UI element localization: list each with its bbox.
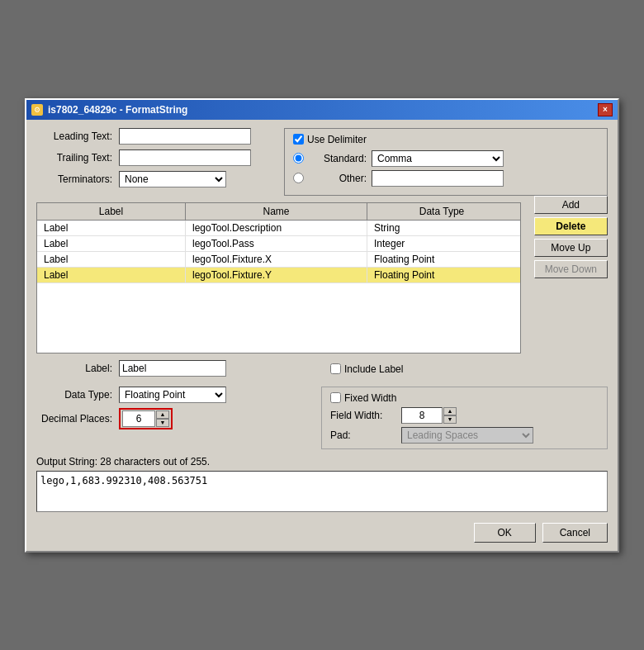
field-width-container: ▲ ▼ xyxy=(401,407,457,424)
top-fields: Leading Text: Trailing Text: Terminators… xyxy=(36,128,608,196)
data-type-dropdown[interactable]: Floating Point Integer String xyxy=(119,387,226,403)
window-title: is7802_64829c - FormatString xyxy=(48,104,187,116)
leading-text-label: Leading Text: xyxy=(36,130,119,142)
row1-name: legoTool.Description xyxy=(186,221,367,235)
table-header: Label Name Data Type xyxy=(37,203,520,221)
decimal-places-container: ▲ ▼ xyxy=(119,408,173,429)
label-field-input[interactable] xyxy=(119,360,226,377)
other-label: Other: xyxy=(309,173,367,184)
row4-datatype: Floating Point xyxy=(367,268,516,282)
pad-row: Pad: Leading Spaces Trailing Spaces Lead… xyxy=(330,427,599,444)
include-label-text: Include Label xyxy=(344,363,403,375)
row3-label: Label xyxy=(37,252,186,267)
col-header-label: Label xyxy=(37,203,186,220)
delimiter-group: Use Delimiter Standard: Comma Tab Space … xyxy=(284,128,608,196)
label-row: Label: xyxy=(36,360,314,377)
datatype-section: Data Type: Floating Point Integer String… xyxy=(36,387,608,449)
format-string-dialog: ⚙ is7802_64829c - FormatString × Leading… xyxy=(25,98,619,553)
fixed-width-checkbox[interactable] xyxy=(330,392,341,403)
pad-dropdown[interactable]: Leading Spaces Trailing Spaces Leading Z… xyxy=(401,427,533,444)
row3-datatype: Floating Point xyxy=(367,252,516,267)
standard-label: Standard: xyxy=(309,153,367,164)
row2-datatype: Integer xyxy=(367,236,516,251)
title-bar: ⚙ is7802_64829c - FormatString × xyxy=(26,100,618,120)
table-row[interactable]: Label legoTool.Description String xyxy=(37,221,520,236)
other-input[interactable] xyxy=(372,170,504,187)
use-delimiter-checkbox[interactable] xyxy=(293,134,304,145)
col-header-datatype: Data Type xyxy=(367,203,516,220)
field-width-input[interactable] xyxy=(401,407,443,424)
row4-label: Label xyxy=(37,268,186,282)
datatype-left: Data Type: Floating Point Integer String… xyxy=(36,387,305,434)
decimal-spinner-buttons: ▲ ▼ xyxy=(156,410,169,427)
table-row[interactable]: Label legoTool.Pass Integer xyxy=(37,236,520,252)
row3-name: legoTool.Fixture.X xyxy=(186,252,367,267)
table-row[interactable]: Label legoTool.Fixture.X Floating Point xyxy=(37,252,520,268)
row2-label: Label xyxy=(37,236,186,251)
width-section: Fixed Width Field Width: ▲ ▼ Pad: xyxy=(321,387,608,449)
terminators-label: Terminators: xyxy=(36,173,119,185)
table-body: Label legoTool.Description String Label … xyxy=(37,221,520,353)
label-section: Label: Include Label xyxy=(36,360,608,382)
label-field-label: Label: xyxy=(36,363,119,374)
data-type-row: Data Type: Floating Point Integer String xyxy=(36,387,305,403)
field-width-spinner: ▲ ▼ xyxy=(443,407,457,424)
add-button[interactable]: Add xyxy=(534,196,608,214)
delete-button[interactable]: Delete xyxy=(534,217,608,235)
close-button[interactable]: × xyxy=(598,103,613,116)
fixed-width-label: Fixed Width xyxy=(344,392,396,404)
standard-dropdown[interactable]: Comma Tab Space Semicolon xyxy=(372,150,504,167)
output-textarea[interactable] xyxy=(36,471,608,512)
row1-label: Label xyxy=(37,221,186,235)
delimiter-title: Use Delimiter xyxy=(293,134,599,145)
top-fields-left: Leading Text: Trailing Text: Terminators… xyxy=(36,128,268,192)
data-table: Label Name Data Type Label legoTool.Desc… xyxy=(36,202,521,353)
output-label: Output String: 28 characters out of 255. xyxy=(36,456,608,467)
trailing-text-input[interactable] xyxy=(119,149,251,166)
leading-text-input[interactable] xyxy=(119,128,251,145)
col-header-name: Name xyxy=(186,203,367,220)
row1-datatype: String xyxy=(367,221,516,235)
include-label-section: Include Label xyxy=(330,360,608,378)
include-label-checkbox[interactable] xyxy=(330,363,341,374)
row2-name: legoTool.Pass xyxy=(186,236,367,251)
title-bar-left: ⚙ is7802_64829c - FormatString xyxy=(31,104,187,116)
app-icon: ⚙ xyxy=(31,104,43,116)
move-down-button[interactable]: Move Down xyxy=(534,260,608,278)
field-width-label: Field Width: xyxy=(330,410,396,421)
row4-name: legoTool.Fixture.Y xyxy=(186,268,367,282)
output-section: Output String: 28 characters out of 255. xyxy=(36,456,608,515)
action-buttons: Add Delete Move Up Move Down xyxy=(528,196,608,360)
terminators-row: Terminators: None CR LF CRLF xyxy=(36,171,268,187)
table-section: Label Name Data Type Label legoTool.Desc… xyxy=(36,196,521,360)
decimal-down-button[interactable]: ▼ xyxy=(156,419,169,427)
dialog-body: Leading Text: Trailing Text: Terminators… xyxy=(26,120,618,551)
decimal-places-input[interactable] xyxy=(122,410,155,427)
include-label-row: Include Label xyxy=(330,363,608,375)
other-radio[interactable] xyxy=(293,173,304,183)
leading-text-row: Leading Text: xyxy=(36,128,268,145)
decimal-places-label: Decimal Places: xyxy=(36,413,119,425)
field-width-row: Field Width: ▲ ▼ xyxy=(330,407,599,424)
data-type-label: Data Type: xyxy=(36,389,119,401)
table-row[interactable]: Label legoTool.Fixture.Y Floating Point xyxy=(37,268,520,283)
pad-label: Pad: xyxy=(330,429,396,441)
trailing-text-row: Trailing Text: xyxy=(36,149,268,166)
standard-row: Standard: Comma Tab Space Semicolon xyxy=(293,150,599,167)
ok-cancel-row: OK Cancel xyxy=(36,523,608,543)
field-width-down[interactable]: ▼ xyxy=(443,415,457,424)
decimal-up-button[interactable]: ▲ xyxy=(156,410,169,419)
fixed-width-row: Fixed Width xyxy=(330,392,599,404)
other-row: Other: xyxy=(293,170,599,187)
label-left: Label: xyxy=(36,360,314,382)
terminators-dropdown[interactable]: None CR LF CRLF xyxy=(119,171,226,187)
use-delimiter-label: Use Delimiter xyxy=(307,134,367,145)
decimal-places-row: Decimal Places: ▲ ▼ xyxy=(36,408,305,429)
trailing-text-label: Trailing Text: xyxy=(36,152,119,164)
cancel-button[interactable]: Cancel xyxy=(542,523,608,543)
field-width-up[interactable]: ▲ xyxy=(443,407,457,415)
main-content: Label Name Data Type Label legoTool.Desc… xyxy=(36,196,608,360)
standard-radio[interactable] xyxy=(293,153,304,164)
move-up-button[interactable]: Move Up xyxy=(534,239,608,257)
ok-button[interactable]: OK xyxy=(474,523,536,543)
